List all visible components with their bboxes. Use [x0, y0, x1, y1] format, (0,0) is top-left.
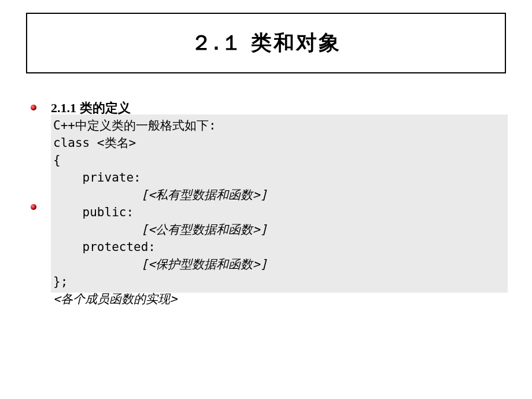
page-title: ２.１ 类和对象 [191, 29, 341, 57]
code-line: class <类名> [53, 136, 136, 150]
code-line: [<保护型数据和函数>] [53, 257, 267, 271]
code-line: [<公有型数据和函数>] [53, 223, 267, 237]
code-line: public: [53, 205, 134, 219]
title-box: ２.１ 类和对象 [26, 13, 506, 73]
code-line: C++中定义类的一般格式如下: [53, 119, 216, 132]
code-line: }; [53, 275, 68, 289]
code-line: <各个成员函数的实现> [53, 292, 177, 306]
bullet-icon [31, 204, 36, 210]
bullet-icon [31, 105, 36, 110]
code-block: C++中定义类的一般格式如下: class <类名> { private: [<… [51, 114, 508, 293]
code-line: { [53, 153, 61, 167]
code-line: [<私有型数据和函数>] [53, 188, 267, 202]
code-line: private: [53, 171, 141, 184]
code-line: protected: [53, 240, 156, 254]
